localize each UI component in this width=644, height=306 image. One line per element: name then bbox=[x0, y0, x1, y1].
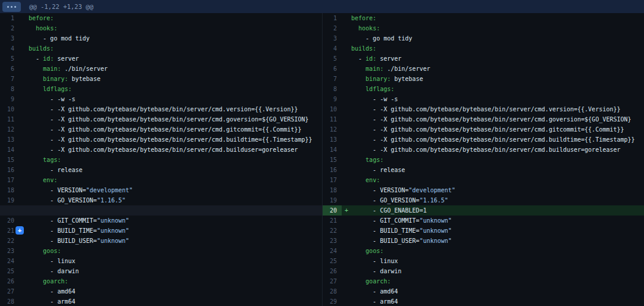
add-comment-button[interactable]: + bbox=[16, 226, 24, 235]
diff-row: 3 - go mod tidy bbox=[323, 33, 644, 43]
line-number[interactable]: 22 bbox=[0, 236, 19, 246]
line-number[interactable]: 27 bbox=[323, 276, 342, 286]
line-number[interactable]: 5 bbox=[0, 54, 19, 64]
code-token: ldflags: bbox=[366, 86, 394, 92]
diff-row: 26 goarch: bbox=[0, 276, 322, 286]
line-number[interactable]: 13 bbox=[0, 135, 19, 145]
line-number[interactable]: 17 bbox=[0, 175, 19, 185]
line-number[interactable]: 7 bbox=[323, 74, 342, 84]
line-number[interactable]: 9 bbox=[323, 94, 342, 104]
code-token: - -X github.com/bytebase/bytebase/bin/se… bbox=[351, 136, 635, 143]
code-token: - -X github.com/bytebase/bytebase/bin/se… bbox=[351, 146, 621, 153]
line-number[interactable]: 4 bbox=[0, 43, 19, 54]
code-token: hooks: bbox=[36, 25, 57, 32]
line-number[interactable]: 27 bbox=[0, 286, 19, 296]
line-number[interactable]: 19 bbox=[0, 195, 19, 205]
line-number[interactable]: 23 bbox=[0, 246, 19, 256]
line-number[interactable]: 19 bbox=[323, 195, 342, 205]
code-line: - -X github.com/bytebase/bytebase/bin/se… bbox=[19, 145, 322, 155]
line-number[interactable]: 28 bbox=[0, 296, 19, 306]
code-token: "unknown" bbox=[419, 217, 451, 224]
line-number[interactable]: 12 bbox=[323, 124, 342, 135]
line-number[interactable]: 23 bbox=[323, 236, 342, 246]
diff-row: 10 - -X github.com/bytebase/bytebase/bin… bbox=[323, 104, 644, 114]
line-number[interactable]: 3 bbox=[323, 33, 342, 43]
code-token bbox=[351, 86, 366, 92]
code-token: - -X github.com/bytebase/bytebase/bin/se… bbox=[29, 116, 309, 123]
line-number[interactable]: 26 bbox=[323, 266, 342, 276]
line-number[interactable]: 6 bbox=[0, 64, 19, 74]
line-number[interactable]: 15 bbox=[0, 155, 19, 165]
code-line: binary: bytebase bbox=[19, 74, 322, 84]
code-line: - go mod tidy bbox=[19, 33, 322, 43]
diff-row: 17 env: bbox=[323, 175, 644, 185]
diff-row: 4builds: bbox=[0, 43, 322, 54]
expand-hunk-button[interactable] bbox=[2, 2, 21, 12]
line-number[interactable]: 1 bbox=[0, 13, 19, 23]
line-number[interactable]: 16 bbox=[323, 165, 342, 175]
line-number[interactable]: 12 bbox=[0, 124, 19, 135]
line-number[interactable]: 22 bbox=[323, 226, 342, 236]
code-line: - -X github.com/bytebase/bytebase/bin/se… bbox=[19, 124, 322, 135]
line-number[interactable]: 25 bbox=[0, 266, 19, 276]
line-number[interactable]: 16 bbox=[0, 165, 19, 175]
diff-row: 3 - go mod tidy bbox=[0, 33, 322, 43]
line-number[interactable]: 1 bbox=[323, 13, 342, 23]
diff-row: 28 - amd64 bbox=[323, 286, 644, 296]
line-number[interactable]: 8 bbox=[323, 84, 342, 94]
line-number[interactable]: 14 bbox=[0, 145, 19, 155]
code-token: binary: bbox=[43, 76, 68, 82]
line-number[interactable]: 18 bbox=[323, 185, 342, 195]
line-number[interactable]: 8 bbox=[0, 84, 19, 94]
line-number[interactable]: 28 bbox=[323, 286, 342, 296]
code-token bbox=[351, 25, 358, 32]
code-token: - GIT_COMMIT= bbox=[351, 217, 419, 224]
code-token: - go mod tidy bbox=[29, 35, 89, 42]
line-number[interactable]: 18 bbox=[0, 185, 19, 195]
code-token: server bbox=[376, 55, 401, 62]
code-line: - -X github.com/bytebase/bytebase/bin/se… bbox=[342, 145, 644, 155]
diff-row: 9 - -w -s bbox=[323, 94, 644, 104]
code-token: - release bbox=[351, 167, 405, 173]
line-number[interactable]: 14 bbox=[323, 145, 342, 155]
line-number[interactable]: 11 bbox=[323, 114, 342, 124]
diff-row: 12 - -X github.com/bytebase/bytebase/bin… bbox=[0, 124, 322, 135]
line-number[interactable]: 4 bbox=[323, 43, 342, 54]
line-number[interactable]: 2 bbox=[0, 23, 19, 33]
line-number[interactable]: 5 bbox=[323, 54, 342, 64]
line-number[interactable]: 25 bbox=[323, 256, 342, 266]
line-number[interactable]: 24 bbox=[323, 246, 342, 256]
line-number[interactable]: 17 bbox=[323, 175, 342, 185]
line-number[interactable]: 9 bbox=[0, 94, 19, 104]
line-number[interactable]: 20 bbox=[0, 216, 19, 226]
code-token: "development" bbox=[408, 187, 455, 193]
code-token: binary: bbox=[366, 76, 391, 82]
line-number[interactable]: 29 bbox=[323, 296, 342, 306]
line-number[interactable]: 10 bbox=[323, 104, 342, 114]
line-number[interactable]: 11 bbox=[0, 114, 19, 124]
code-token bbox=[29, 86, 43, 92]
line-number[interactable]: 6 bbox=[323, 64, 342, 74]
code-token: - go mod tidy bbox=[351, 35, 412, 42]
line-number[interactable]: 7 bbox=[0, 74, 19, 84]
line-number[interactable]: 21 bbox=[323, 216, 342, 226]
code-token: main: bbox=[43, 65, 61, 72]
diff-row: 5 - id: server bbox=[323, 54, 644, 64]
line-number[interactable]: 10 bbox=[0, 104, 19, 114]
code-line: + - CGO_ENABLED=1 bbox=[342, 205, 644, 216]
diff-row: 17 env: bbox=[0, 175, 322, 185]
code-line: - id: server bbox=[342, 54, 644, 64]
line-number[interactable]: 2 bbox=[323, 23, 342, 33]
diff-row: 24 - linux bbox=[0, 256, 322, 266]
diff-row: 27 goarch: bbox=[323, 276, 644, 286]
diff-row: 16 - release bbox=[0, 165, 322, 175]
code-line: - VERSION="development" bbox=[19, 185, 322, 195]
line-number[interactable]: 13 bbox=[323, 135, 342, 145]
code-token: - -X github.com/bytebase/bytebase/bin/se… bbox=[29, 136, 312, 143]
line-number[interactable]: 15 bbox=[323, 155, 342, 165]
line-number[interactable]: 26 bbox=[0, 276, 19, 286]
line-number[interactable]: 24 bbox=[0, 256, 19, 266]
line-number[interactable]: 3 bbox=[0, 33, 19, 43]
ellipsis-icon bbox=[7, 6, 16, 8]
line-number[interactable]: 20 bbox=[323, 205, 342, 216]
